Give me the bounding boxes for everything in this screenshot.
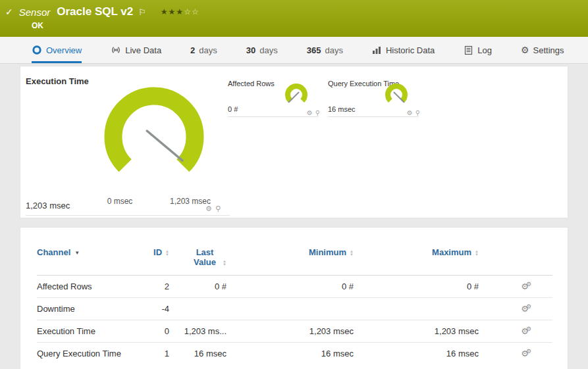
sort-icon: ▲▼	[165, 250, 169, 257]
historic-data-chart-icon	[372, 45, 382, 55]
stars-filled[interactable]: ★★★	[161, 7, 184, 16]
column-header-settings	[480, 242, 552, 276]
table-row: Affected Rows 2 0 # 0 # 0 # ⚙⚙	[37, 276, 552, 298]
sort-icon: ▲▼	[475, 250, 479, 257]
channel-settings-gear-icon[interactable]: ⚙⚙	[521, 326, 534, 336]
live-data-broadcast-icon	[111, 45, 121, 55]
log-list-icon	[464, 45, 473, 55]
gauge-pin-icon[interactable]: ⚲	[315, 109, 320, 116]
channel-id: -4	[132, 298, 171, 320]
status-ok-check-icon: ✓	[5, 7, 13, 17]
header-label: Maximum	[432, 247, 471, 257]
main-gauge-toolbar: ⚙⚲	[202, 205, 221, 213]
tab-settings[interactable]: ⚙ Settings	[521, 37, 564, 63]
table-row: Downtime -4 ⚙⚙	[37, 298, 552, 320]
gauge-gear-icon[interactable]: ⚙	[307, 109, 313, 116]
channel-id: 0	[132, 320, 171, 343]
sensor-status-badge: OK	[32, 21, 588, 30]
tab-2-days[interactable]: 2 days	[190, 37, 217, 63]
channel-last-value: 16 msec	[171, 343, 228, 365]
tab-label: days	[199, 45, 217, 55]
tab-historic-data[interactable]: Historic Data	[372, 37, 435, 63]
gauge-pin-icon[interactable]: ⚲	[215, 205, 221, 212]
column-header-last-value[interactable]: Last Value▲▼	[171, 242, 228, 276]
query-execution-time-gauge	[382, 82, 411, 109]
query-execution-time-gauge-block: Query Execution Time 16 msec ⚙⚲	[328, 80, 419, 117]
channel-maximum: 1,203 msec	[355, 320, 480, 343]
tab-30-days[interactable]: 30 days	[246, 37, 278, 63]
sensor-header-bar: ✓ Sensor Oracle SQL v2 ⚐ ★★★☆☆ OK	[0, 0, 588, 37]
channel-minimum: 1,203 msec	[228, 320, 355, 343]
stars-empty[interactable]: ☆☆	[184, 7, 200, 16]
small-gauge-toolbar: ⚙⚲	[404, 109, 420, 116]
affected-rows-gauge-block: Affected Rows 0 # ⚙⚲	[228, 80, 319, 117]
gauge-gear-icon[interactable]: ⚙	[205, 205, 212, 212]
priority-flag-icon[interactable]: ⚐	[138, 7, 146, 17]
channel-name: Execution Time	[37, 320, 132, 343]
tab-label: Settings	[533, 45, 564, 55]
main-gauge-value: 1,203 msec	[26, 201, 70, 210]
sort-icon: ▲▼	[223, 260, 227, 266]
tab-bar: Overview Live Data 2 days 30 days 365 da…	[0, 37, 588, 64]
gauge-pin-icon[interactable]: ⚲	[415, 109, 420, 116]
priority-stars[interactable]: ★★★☆☆	[161, 7, 200, 16]
prtg-sensor-page: { "header": { "kind": "Sensor", "title":…	[0, 0, 588, 369]
column-header-channel[interactable]: Channel▼	[37, 242, 132, 276]
channel-id: 1	[132, 343, 171, 365]
channel-last-value: 0 #	[171, 276, 228, 298]
tab-number: 30	[246, 45, 255, 55]
channel-id: 2	[132, 276, 171, 298]
small-gauge-value: 0 #	[228, 105, 238, 113]
channel-minimum: 16 msec	[228, 343, 355, 365]
affected-rows-gauge	[282, 82, 311, 109]
table-row: Execution Time 0 1,203 ms... 1,203 msec …	[37, 320, 552, 343]
channel-name: Query Execution Time	[37, 343, 132, 365]
table-row: Query Execution Time 1 16 msec 16 msec 1…	[37, 343, 552, 365]
channel-minimum: 0 #	[228, 276, 355, 298]
tab-overview[interactable]: Overview	[32, 37, 82, 63]
column-header-minimum[interactable]: Minimum▲▼	[228, 242, 355, 276]
channel-name: Affected Rows	[37, 276, 132, 298]
header-label: Last Value	[190, 247, 219, 267]
channel-sort-caret-icon: ▼	[74, 250, 80, 256]
tab-log[interactable]: Log	[464, 37, 492, 63]
gauge-min-label: 0 msec	[100, 197, 140, 206]
tab-label: Historic Data	[386, 45, 435, 55]
column-header-maximum[interactable]: Maximum▲▼	[355, 242, 480, 276]
channel-last-value: 1,203 ms...	[171, 320, 228, 343]
execution-time-gauge-block: Execution Time 0 msec 1,203 msec 1,203 m…	[26, 76, 230, 216]
small-gauge-toolbar: ⚙⚲	[304, 109, 320, 116]
tab-live-data[interactable]: Live Data	[111, 37, 161, 63]
execution-time-gauge	[92, 83, 217, 191]
header-label: Channel	[37, 247, 70, 257]
sensor-title: Oracle SQL v2	[57, 5, 133, 18]
tab-label: Live Data	[125, 45, 161, 55]
channel-minimum	[228, 298, 355, 320]
channels-table-panel: Channel▼ ID▲▼ Last Value▲▼ Minimum▲▼ Max…	[20, 227, 568, 369]
channels-table: Channel▼ ID▲▼ Last Value▲▼ Minimum▲▼ Max…	[37, 242, 552, 364]
channel-maximum: 0 #	[355, 276, 480, 298]
tab-label: Overview	[46, 45, 82, 55]
header-label: Minimum	[309, 247, 346, 257]
overview-donut-icon	[32, 45, 42, 55]
channel-settings-gear-icon[interactable]: ⚙⚙	[521, 304, 534, 314]
channel-settings-gear-icon[interactable]: ⚙⚙	[521, 349, 534, 358]
table-header-row: Channel▼ ID▲▼ Last Value▲▼ Minimum▲▼ Max…	[37, 242, 552, 276]
settings-gear-icon: ⚙	[521, 45, 529, 55]
tab-number: 2	[190, 45, 195, 55]
tab-label: days	[325, 45, 342, 55]
column-header-id[interactable]: ID▲▼	[132, 242, 171, 276]
object-kind-label: Sensor	[19, 7, 51, 18]
tab-label: days	[259, 45, 277, 55]
channel-settings-gear-icon[interactable]: ⚙⚙	[521, 282, 534, 291]
gauges-panel: Execution Time 0 msec 1,203 msec 1,203 m…	[20, 66, 568, 218]
channel-name: Downtime	[37, 298, 132, 320]
sensor-header-row: ✓ Sensor Oracle SQL v2 ⚐ ★★★☆☆	[0, 0, 588, 18]
channel-maximum	[355, 298, 480, 320]
sort-icon: ▲▼	[350, 250, 354, 257]
channel-maximum: 16 msec	[355, 343, 480, 365]
header-label: ID	[153, 247, 162, 257]
tab-365-days[interactable]: 365 days	[307, 37, 343, 63]
gauge-gear-icon[interactable]: ⚙	[407, 109, 413, 116]
tab-number: 365	[307, 45, 321, 55]
